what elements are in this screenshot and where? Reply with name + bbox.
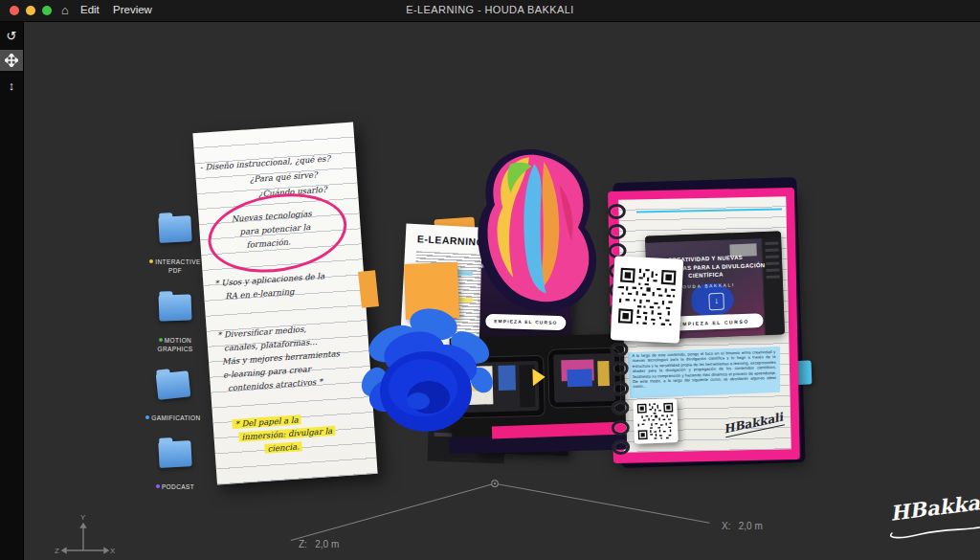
- down-arrow-icon: ↓: [708, 293, 724, 311]
- handwritten-note[interactable]: - Diseño instruccional, ¿qué es? ¿Para q…: [192, 123, 377, 485]
- folder-icon: [159, 294, 192, 321]
- qr-code: [635, 401, 675, 440]
- status-dot: [156, 484, 160, 488]
- status-dot: [145, 415, 149, 419]
- scale-tool-button[interactable]: ↕: [0, 75, 23, 96]
- tool-rail: ↺ ↕: [0, 21, 24, 560]
- rotate-tool-button[interactable]: ↺: [0, 25, 23, 46]
- gizmo-z-label: Z: [55, 547, 59, 555]
- folder-icon: [158, 215, 191, 243]
- move-tool-button[interactable]: [0, 50, 23, 71]
- scale-icon: ↕: [9, 78, 15, 93]
- folder-label: INTERACTIVEPDF: [145, 258, 206, 275]
- qr-code-card-small[interactable]: [633, 398, 679, 444]
- abstract-swirl-artwork[interactable]: [467, 144, 599, 322]
- move-icon: [5, 54, 18, 67]
- folder-label: GAMIFICATION: [143, 414, 204, 422]
- blue-flower-artwork[interactable]: [359, 300, 495, 449]
- menubar: ⌂ Edit Preview E-LEARNING - HOUDA BAKKAL…: [0, 0, 980, 22]
- note-line: ¿Para qué sirve?: [249, 168, 318, 186]
- note-line: ciencia.: [264, 440, 302, 456]
- gizmo-x-label: X: [110, 547, 116, 555]
- z-distance-label: Z: 2,0 m: [299, 539, 339, 549]
- highlighted-paragraph[interactable]: A lo largo de este contenido, pongo el f…: [627, 347, 781, 398]
- play-arrow-icon: [532, 369, 545, 386]
- signature-flourish: [888, 520, 980, 541]
- asset-folder-podcast[interactable]: PODCAST: [145, 441, 206, 491]
- aero-editor-window: ⌂ Edit Preview E-LEARNING - HOUDA BAKKAL…: [0, 0, 980, 560]
- axis-gizmo: Y Z X: [51, 504, 120, 560]
- window-title: E-LEARNING - HOUDA BAKKALI: [0, 4, 980, 15]
- folder-icon: [158, 440, 191, 468]
- folder-icon: [156, 370, 191, 399]
- folder-label: PODCAST: [145, 482, 206, 491]
- qr-code: [616, 265, 679, 327]
- gizmo-y-label: Y: [80, 513, 86, 522]
- status-dot: [159, 338, 163, 342]
- paragraph-text: A lo largo de este contenido, pongo el f…: [632, 349, 776, 390]
- asset-folder-gamification[interactable]: GAMIFICATION: [143, 372, 204, 422]
- folder-label: MOTIONGRAPHICS: [145, 336, 206, 353]
- qr-code-card[interactable]: [611, 256, 684, 344]
- status-dot: [149, 259, 153, 263]
- scene-canvas[interactable]: Z: 2,0 m X: 2,0 m Y Z X INTERACTIVEPDF: [24, 22, 980, 560]
- asset-folder-motion-graphics[interactable]: MOTIONGRAPHICS: [145, 295, 206, 353]
- rotate-icon: ↺: [7, 29, 17, 43]
- x-distance-label: X: 2,0 m: [722, 521, 763, 531]
- asset-folder-interactive-pdf[interactable]: INTERACTIVEPDF: [145, 216, 206, 275]
